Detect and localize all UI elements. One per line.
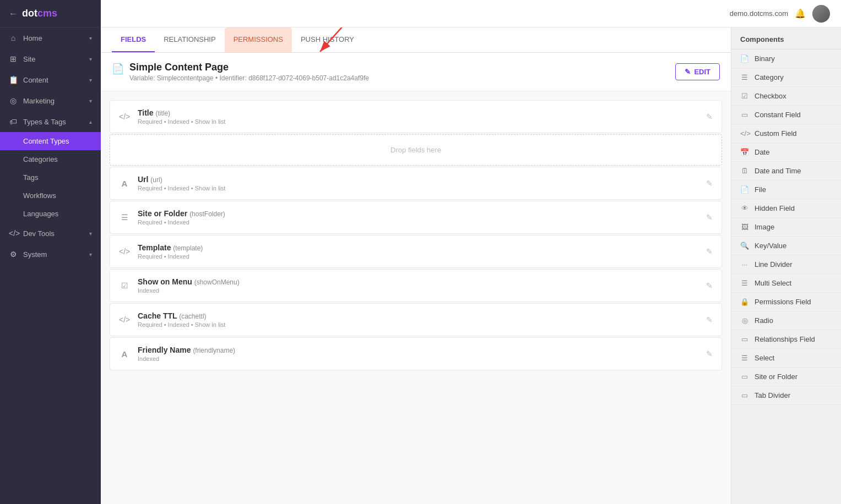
sidebar-item-system[interactable]: ⚙ System ▾ bbox=[0, 244, 101, 265]
tab-divider-icon: ▭ bbox=[740, 391, 749, 399]
component-image[interactable]: 🖼 Image bbox=[731, 218, 841, 237]
component-tab-divider[interactable]: ▭ Tab Divider bbox=[731, 386, 841, 405]
component-relationships-field[interactable]: ▭ Relationships Field bbox=[731, 330, 841, 349]
drop-zone[interactable]: Drop fields here bbox=[110, 134, 722, 166]
component-relationships-field-label: Relationships Field bbox=[755, 335, 815, 343]
field-var-cache-ttl: (cachettl) bbox=[179, 313, 206, 320]
component-checkbox[interactable]: ☑ Checkbox bbox=[731, 87, 841, 106]
component-select[interactable]: ☰ Select bbox=[731, 349, 841, 368]
sidebar-item-site[interactable]: ⊞ Site ▾ bbox=[0, 48, 101, 69]
sidebar-item-languages[interactable]: Languages bbox=[0, 205, 101, 223]
component-custom-field[interactable]: </> Custom Field bbox=[731, 124, 841, 143]
component-date-and-time[interactable]: 🗓 Date and Time bbox=[731, 162, 841, 180]
field-edit-show-menu[interactable]: ✎ bbox=[706, 281, 713, 290]
field-meta-site-folder: Required • Indexed bbox=[138, 219, 698, 226]
sidebar-item-dev-tools[interactable]: </> Dev Tools ▾ bbox=[0, 223, 101, 244]
component-permissions-field[interactable]: 🔒 Permissions Field bbox=[731, 293, 841, 311]
system-icon: ⚙ bbox=[9, 250, 18, 259]
sidebar-item-home[interactable]: ⌂ Home ▾ bbox=[0, 28, 101, 48]
edit-icon: ✎ bbox=[685, 68, 691, 76]
site-or-folder-comp-icon: ▭ bbox=[740, 372, 749, 381]
right-panel: Components 📄 Binary ☰ Category ☑ Checkbo… bbox=[731, 28, 841, 504]
field-edit-friendly-name[interactable]: ✎ bbox=[706, 349, 713, 358]
relationships-field-icon: ▭ bbox=[740, 335, 749, 343]
sidebar-item-system-label: System bbox=[23, 250, 47, 259]
component-category[interactable]: ☰ Category bbox=[731, 68, 841, 87]
component-site-or-folder-label: Site or Folder bbox=[755, 372, 797, 381]
multi-select-icon: ☰ bbox=[740, 279, 749, 287]
sidebar-item-marketing[interactable]: ◎ Marketing ▾ bbox=[0, 90, 101, 111]
sidebar-item-languages-label: Languages bbox=[23, 210, 58, 218]
types-tags-icon: 🏷 bbox=[9, 117, 18, 126]
component-date-label: Date bbox=[755, 148, 769, 156]
component-key-value-label: Key/Value bbox=[755, 242, 786, 250]
sidebar-item-content-types[interactable]: Content Types bbox=[0, 132, 101, 150]
sidebar-item-tags[interactable]: Tags bbox=[0, 168, 101, 187]
field-info-template: Template (template) Required • Indexed bbox=[138, 243, 698, 260]
date-icon: 📅 bbox=[740, 148, 749, 156]
page-type-icon: 📄 bbox=[112, 63, 124, 75]
page-title: Simple Content Page bbox=[129, 62, 369, 73]
sidebar-item-site-label: Site bbox=[23, 55, 35, 63]
tab-fields[interactable]: FIELDS bbox=[112, 28, 155, 52]
field-edit-site-folder[interactable]: ✎ bbox=[706, 213, 713, 222]
sidebar-nav: ⌂ Home ▾ ⊞ Site ▾ 📋 Content ▾ ◎ Marketin… bbox=[0, 28, 101, 504]
marketing-icon: ◎ bbox=[9, 96, 18, 105]
field-edit-title[interactable]: ✎ bbox=[706, 112, 713, 121]
component-site-or-folder[interactable]: ▭ Site or Folder bbox=[731, 368, 841, 386]
tab-relationship[interactable]: RELATIONSHIP bbox=[155, 28, 224, 52]
tab-push-history[interactable]: PUSH HISTORY bbox=[292, 28, 363, 52]
field-name-cache-ttl: Cache TTL (cachettl) bbox=[138, 311, 698, 320]
custom-field-icon: </> bbox=[740, 129, 749, 138]
field-edit-template[interactable]: ✎ bbox=[706, 247, 713, 256]
fields-container: </> Title (title) Required • Indexed • S… bbox=[101, 91, 731, 380]
notification-bell-icon[interactable]: 🔔 bbox=[795, 8, 806, 19]
avatar[interactable] bbox=[812, 5, 830, 23]
sidebar-item-workflows-label: Workflows bbox=[23, 191, 56, 200]
component-date-and-time-label: Date and Time bbox=[755, 167, 801, 175]
sidebar-item-content[interactable]: 📋 Content ▾ bbox=[0, 69, 101, 90]
dev-tools-icon: </> bbox=[9, 229, 18, 238]
field-edit-url[interactable]: ✎ bbox=[706, 179, 713, 188]
field-info-url: Url (url) Required • Indexed • Show in l… bbox=[138, 175, 698, 191]
component-date[interactable]: 📅 Date bbox=[731, 143, 841, 162]
binary-icon: 📄 bbox=[740, 54, 749, 63]
field-icon-template: </> bbox=[119, 247, 130, 256]
select-icon: ☰ bbox=[740, 354, 749, 362]
component-constant-field[interactable]: ▭ Constant Field bbox=[731, 106, 841, 124]
component-multi-select-label: Multi Select bbox=[755, 279, 791, 287]
back-button[interactable]: ← bbox=[9, 9, 18, 19]
field-row-site-folder: ☰ Site or Folder (hostFolder) Required •… bbox=[110, 201, 722, 234]
component-hidden-field[interactable]: 👁 Hidden Field bbox=[731, 199, 841, 218]
field-edit-cache-ttl[interactable]: ✎ bbox=[706, 315, 713, 324]
component-file[interactable]: 📄 File bbox=[731, 180, 841, 199]
sidebar-item-categories[interactable]: Categories bbox=[0, 150, 101, 168]
chevron-down-icon: ▾ bbox=[89, 251, 92, 258]
edit-button[interactable]: ✎ EDIT bbox=[675, 63, 720, 80]
sidebar-item-types-tags[interactable]: 🏷 Types & Tags ▴ bbox=[0, 111, 101, 132]
component-radio[interactable]: ◎ Radio bbox=[731, 311, 841, 330]
sidebar-logo[interactable]: ← dotcms bbox=[0, 0, 101, 28]
sidebar-item-tags-label: Tags bbox=[23, 173, 38, 182]
topbar-domain: demo.dotcms.com bbox=[730, 9, 788, 18]
component-line-divider-label: Line Divider bbox=[755, 260, 793, 269]
component-hidden-field-label: Hidden Field bbox=[755, 204, 795, 212]
field-var-friendly-name: (friendlyname) bbox=[193, 347, 235, 354]
field-name-site-folder: Site or Folder (hostFolder) bbox=[138, 209, 698, 218]
logo-text: dotcms bbox=[22, 8, 57, 19]
field-info-title: Title (title) Required • Indexed • Show … bbox=[138, 108, 698, 125]
variable-label: Variable: Simplecontentpage bbox=[129, 74, 214, 82]
component-permissions-field-label: Permissions Field bbox=[755, 298, 811, 306]
file-icon: 📄 bbox=[740, 185, 749, 194]
field-meta-title: Required • Indexed • Show in list bbox=[138, 118, 698, 125]
component-binary[interactable]: 📄 Binary bbox=[731, 50, 841, 68]
component-multi-select[interactable]: ☰ Multi Select bbox=[731, 274, 841, 293]
component-key-value[interactable]: 🔍 Key/Value bbox=[731, 237, 841, 255]
field-icon-show-menu: ☑ bbox=[119, 281, 130, 290]
component-line-divider[interactable]: ··· Line Divider bbox=[731, 255, 841, 274]
line-divider-icon: ··· bbox=[740, 260, 749, 269]
sidebar-item-workflows[interactable]: Workflows bbox=[0, 187, 101, 205]
component-checkbox-label: Checkbox bbox=[755, 92, 786, 100]
tab-permissions[interactable]: PERMISSIONS bbox=[225, 28, 292, 52]
field-var-site-folder: (hostFolder) bbox=[189, 210, 225, 218]
